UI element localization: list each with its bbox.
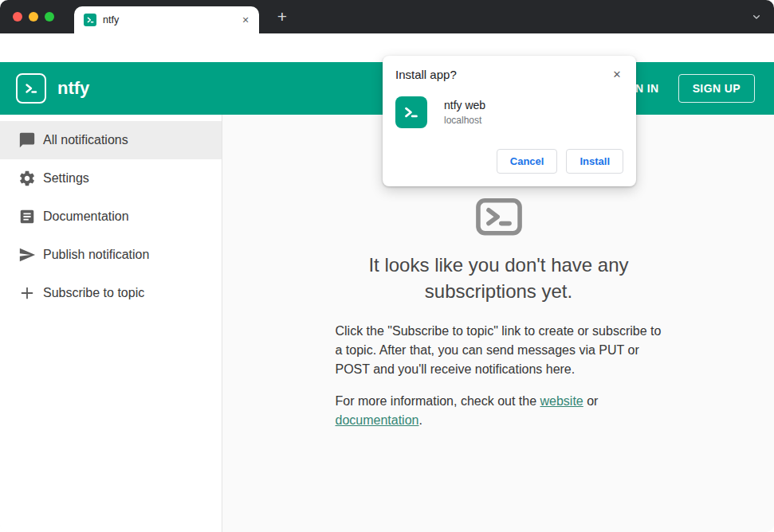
- ntfy-terminal-logo-icon: [336, 198, 662, 241]
- sidebar-item-settings[interactable]: Settings: [0, 159, 222, 198]
- app-title: ntfy: [57, 78, 89, 99]
- install-app-dialog: Install app? ✕ ntfy web localhost Cancel…: [383, 56, 636, 186]
- more-info-prefix: For more information, check out the: [336, 394, 540, 408]
- more-info-suffix: .: [418, 413, 422, 427]
- gear-icon: [18, 169, 37, 188]
- sidebar-item-label: Subscribe to topic: [43, 286, 144, 300]
- close-window-button[interactable]: [13, 12, 22, 22]
- send-icon: [18, 245, 37, 264]
- dialog-app-origin: localhost: [444, 115, 485, 126]
- empty-state-heading: It looks like you don't have any subscri…: [336, 252, 662, 304]
- traffic-lights: [13, 12, 54, 22]
- ntfy-favicon-icon: [84, 14, 96, 26]
- ntfy-app-icon: [395, 96, 427, 128]
- more-info-middle: or: [583, 394, 599, 408]
- tab-title: ntfy: [103, 14, 238, 25]
- chat-bubble-icon: [18, 131, 37, 150]
- browser-tab[interactable]: ntfy ✕: [74, 6, 259, 33]
- sidebar-item-label: Publish notification: [43, 248, 149, 262]
- cancel-button[interactable]: Cancel: [497, 149, 558, 174]
- sidebar-item-publish-notification[interactable]: Publish notification: [0, 236, 222, 274]
- sidebar-item-label: Documentation: [43, 209, 129, 224]
- tab-close-icon[interactable]: ✕: [238, 13, 253, 27]
- sidebar-item-subscribe-to-topic[interactable]: Subscribe to topic: [0, 274, 222, 312]
- dialog-close-icon[interactable]: ✕: [609, 66, 625, 82]
- empty-state-paragraph: Click the "Subscribe to topic" link to c…: [336, 322, 662, 379]
- website-link[interactable]: website: [540, 394, 583, 408]
- book-icon: [18, 207, 37, 226]
- empty-state-more-info: For more information, check out the webs…: [336, 392, 662, 430]
- documentation-link[interactable]: documentation: [336, 413, 419, 427]
- sidebar-item-label: All notifications: [43, 133, 128, 147]
- dialog-buttons: Cancel Install: [395, 149, 623, 174]
- ntfy-logo-icon: [16, 73, 46, 104]
- new-tab-button[interactable]: +: [271, 6, 293, 28]
- tab-list-chevron-down-icon[interactable]: [748, 9, 764, 25]
- minimize-window-button[interactable]: [29, 12, 38, 22]
- plus-icon: [18, 284, 37, 303]
- sidebar-item-documentation[interactable]: Documentation: [0, 198, 222, 236]
- sidebar: All notifications Settings Documentation…: [0, 115, 222, 532]
- tab-strip: ntfy ✕ +: [0, 0, 774, 33]
- sign-up-button[interactable]: SIGN UP: [678, 74, 755, 103]
- browser-window: ntfy ✕ + localhost: [0, 0, 774, 532]
- install-button[interactable]: Install: [566, 149, 623, 174]
- sidebar-item-all-notifications[interactable]: All notifications: [0, 121, 222, 159]
- maximize-window-button[interactable]: [45, 12, 54, 22]
- dialog-app-row: ntfy web localhost: [395, 96, 623, 128]
- dialog-app-name: ntfy web: [444, 99, 485, 111]
- sidebar-item-label: Settings: [43, 171, 89, 186]
- dialog-title: Install app?: [395, 68, 623, 81]
